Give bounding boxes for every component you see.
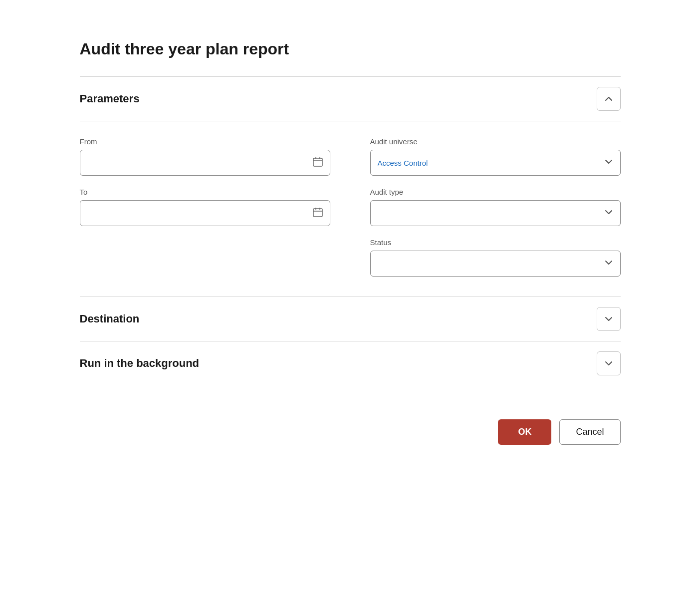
right-column: Audit universe Access Control [370,137,621,277]
audit-type-select[interactable] [370,200,621,226]
destination-collapse-button[interactable] [597,307,621,331]
dialog-container: Audit three year plan report Parameters … [56,20,645,465]
chevron-up-icon [604,94,614,104]
from-date-input[interactable] [80,150,330,176]
audit-type-group: Audit type [370,188,621,226]
audit-universe-group: Audit universe Access Control [370,137,621,176]
from-group: From [80,137,330,176]
status-select-wrapper [370,251,621,277]
background-section: Run in the background [80,341,621,385]
parameters-section-header: Parameters [80,77,621,121]
to-label: To [80,188,330,196]
parameters-content: From [80,121,621,297]
audit-type-label: Audit type [370,188,621,196]
audit-universe-label: Audit universe [370,137,621,146]
audit-universe-select[interactable]: Access Control [370,150,621,176]
chevron-down-icon-2 [604,358,614,368]
to-input-wrapper [80,200,330,226]
audit-universe-select-wrapper: Access Control [370,150,621,176]
cancel-button[interactable]: Cancel [559,419,620,445]
page-title: Audit three year plan report [80,40,621,58]
left-column: From [80,137,330,226]
destination-section: Destination [80,297,621,341]
status-select[interactable] [370,251,621,277]
form-grid: From [80,137,621,277]
background-collapse-button[interactable] [597,351,621,375]
chevron-down-icon [604,314,614,324]
parameters-section: Parameters From [80,76,621,297]
background-section-title: Run in the background [80,357,200,370]
from-label: From [80,137,330,146]
from-input-wrapper [80,150,330,176]
to-group: To [80,188,330,226]
to-date-input[interactable] [80,200,330,226]
status-group: Status [370,238,621,277]
destination-section-title: Destination [80,312,140,325]
footer-actions: OK Cancel [80,409,621,445]
ok-button[interactable]: OK [498,419,551,445]
status-label: Status [370,238,621,247]
background-section-header: Run in the background [80,341,621,385]
parameters-collapse-button[interactable] [597,87,621,111]
parameters-section-title: Parameters [80,92,140,105]
audit-type-select-wrapper [370,200,621,226]
destination-section-header: Destination [80,297,621,341]
